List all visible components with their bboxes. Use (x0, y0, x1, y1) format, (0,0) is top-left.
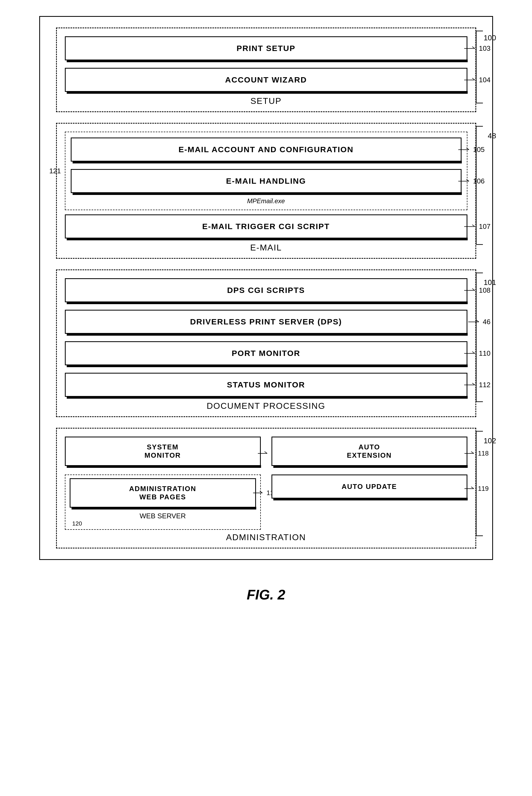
admin-left-col: SYSTEM MONITOR 114 ADMINISTRATION WEB PA… (65, 437, 261, 530)
ref-112: 112 (464, 381, 490, 389)
bracket-100 (475, 28, 494, 111)
svg-line-20 (472, 288, 475, 290)
figure-label: FIG. 2 (39, 587, 493, 603)
ref-108-line (464, 287, 479, 293)
ref-118-line (464, 450, 478, 457)
account-wizard-label: ACCOUNT WIZARD (225, 75, 307, 84)
ref-104: 104 (464, 76, 490, 84)
status-monitor-label: STATUS MONITOR (227, 380, 305, 389)
system-monitor-label: SYSTEM MONITOR (145, 443, 181, 459)
admin-web-pages-label: ADMINISTRATION WEB PAGES (129, 485, 196, 501)
ref-46-line (468, 319, 483, 325)
svg-line-4 (472, 46, 475, 48)
email-label: E-MAIL (65, 243, 468, 252)
ref-105: 105 (458, 146, 484, 154)
print-setup-label: PRINT SETUP (236, 44, 295, 53)
ref-120: 120 (72, 520, 256, 527)
svg-line-37 (471, 487, 474, 489)
doc-processing-label: DOCUMENT PROCESSING (65, 401, 468, 411)
svg-line-26 (472, 383, 475, 385)
module-auto-update: AUTO UPDATE (271, 474, 468, 498)
dps-cgi-label: DPS CGI SCRIPTS (227, 286, 305, 295)
auto-extension-wrapper: AUTO EXTENSION 118 (271, 437, 468, 470)
auto-extension-label: AUTO EXTENSION (347, 443, 392, 459)
svg-line-6 (472, 78, 475, 80)
admin-web-pages-wrapper: ADMINISTRATION WEB PAGES 116 (70, 478, 256, 508)
svg-line-31 (265, 452, 267, 453)
ref-46: 46 (468, 318, 491, 326)
ref-119-line (464, 486, 478, 492)
ref-107-line (464, 223, 479, 230)
module-email-handling: E-MAIL HANDLING 106 (71, 169, 461, 193)
ref-103-line (464, 45, 479, 52)
section-setup: 100 PRINT SETUP 103 ACCOUNT WIZARD 104 (56, 27, 476, 112)
ref-119: 119 (464, 485, 489, 492)
module-dps-cgi: DPS CGI SCRIPTS 108 (65, 278, 468, 302)
ref-106: 106 (458, 177, 484, 185)
module-admin-web-pages: ADMINISTRATION WEB PAGES (70, 478, 256, 508)
ref-116-line (253, 490, 266, 496)
svg-line-11 (466, 148, 469, 150)
module-port-monitor: PORT MONITOR 110 (65, 341, 468, 365)
email-account-label: E-MAIL ACCOUNT AND CONFIGURATION (178, 145, 354, 154)
svg-line-33 (260, 491, 262, 493)
admin-right-col: AUTO EXTENSION 118 AUTO UPDATE (271, 437, 468, 530)
svg-line-35 (471, 452, 474, 453)
module-system-monitor: SYSTEM MONITOR (65, 437, 261, 466)
section-email: 48 121 E-MAIL ACCOUNT AND CONFIGURATION … (56, 123, 476, 259)
ref-110: 110 (464, 349, 490, 358)
ref-114-line (258, 450, 271, 457)
main-outer-border: 100 PRINT SETUP 103 ACCOUNT WIZARD 104 (39, 16, 493, 560)
email-trigger-label: E-MAIL TRIGGER CGI SCRIPT (202, 222, 330, 231)
module-print-setup: PRINT SETUP 103 (65, 36, 468, 60)
ref-118: 118 (464, 450, 489, 457)
module-email-trigger: E-MAIL TRIGGER CGI SCRIPT 107 (65, 214, 468, 239)
svg-line-15 (472, 225, 475, 226)
setup-label: SETUP (65, 96, 468, 106)
ref-121: 121 (50, 167, 61, 175)
email-handling-label: E-MAIL HANDLING (226, 176, 306, 186)
ref-110-line (464, 350, 479, 357)
web-server-label: WEB SERVER (70, 512, 256, 520)
svg-line-24 (472, 352, 475, 353)
administration-label: ADMINISTRATION (65, 532, 468, 542)
module-account-wizard: ACCOUNT WIZARD 104 (65, 68, 468, 92)
ref-108: 108 (464, 286, 490, 295)
section-administration: 102 SYSTEM MONITOR 114 (56, 428, 476, 548)
web-server-section: ADMINISTRATION WEB PAGES 116 WEB SERVER … (65, 474, 261, 530)
module-auto-extension: AUTO EXTENSION (271, 437, 468, 466)
ref-104-line (464, 77, 479, 83)
ref-106-line (458, 178, 473, 184)
module-dps: DRIVERLESS PRINT SERVER (DPS) 46 (65, 310, 468, 334)
svg-line-13 (466, 179, 469, 181)
inner-dashed-email: 121 E-MAIL ACCOUNT AND CONFIGURATION 105… (65, 132, 468, 210)
ref-107: 107 (464, 223, 490, 231)
ref-103: 103 (464, 44, 490, 53)
dps-label: DRIVERLESS PRINT SERVER (DPS) (190, 317, 342, 326)
svg-line-22 (476, 320, 479, 322)
diagram-container: 100 PRINT SETUP 103 ACCOUNT WIZARD 104 (39, 16, 493, 603)
ref-112-line (464, 382, 479, 388)
port-monitor-label: PORT MONITOR (232, 349, 300, 358)
admin-grid: SYSTEM MONITOR 114 ADMINISTRATION WEB PA… (65, 437, 468, 530)
mpemail-label: MPEmail.exe (71, 197, 461, 205)
system-monitor-wrapper: SYSTEM MONITOR 114 (65, 437, 261, 470)
auto-update-wrapper: AUTO UPDATE 119 (271, 474, 468, 503)
module-status-monitor: STATUS MONITOR 112 (65, 373, 468, 397)
module-email-account: E-MAIL ACCOUNT AND CONFIGURATION 105 (71, 137, 461, 162)
section-doc-processing: 101 DPS CGI SCRIPTS 108 DRIVERLESS PRINT… (56, 269, 476, 417)
bracket-48 (475, 124, 494, 258)
auto-update-label: AUTO UPDATE (342, 482, 397, 491)
ref-105-line (458, 146, 473, 153)
